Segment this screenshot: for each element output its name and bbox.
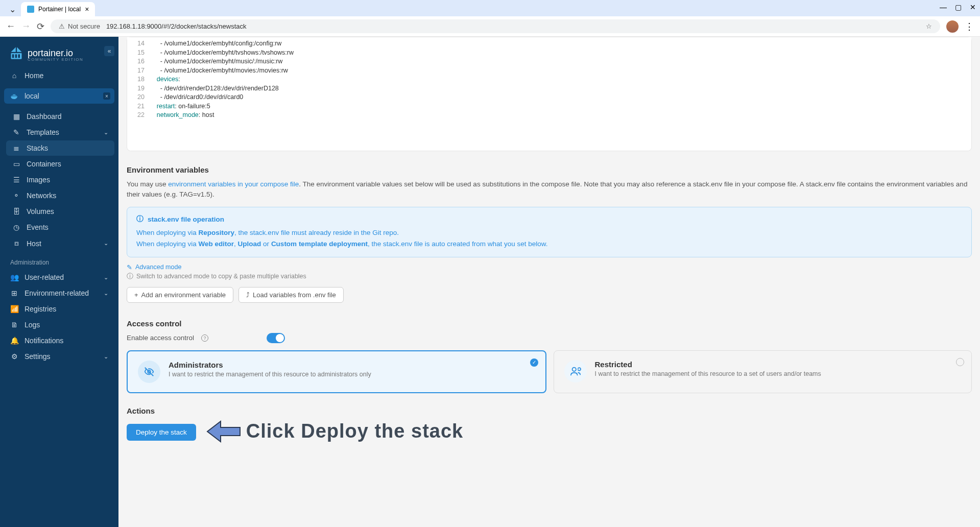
- gear-icon: ⚙: [10, 352, 18, 361]
- sidebar-admin-item-logs[interactable]: 🗎Logs: [4, 317, 114, 332]
- chevron-down-icon: ⌄: [104, 290, 108, 297]
- info-icon: ⓘ: [136, 214, 144, 224]
- layers-icon: ≣: [12, 144, 20, 152]
- env-vars-section: Environment variables You may use enviro…: [127, 157, 972, 311]
- sidebar-label: Settings: [25, 352, 51, 361]
- browser-tab[interactable]: Portainer | local ×: [21, 2, 95, 16]
- stack-env-info-box: ⓘ stack.env file operation When deployin…: [127, 207, 972, 257]
- sidebar-item-volumes[interactable]: 🗄Volumes: [6, 204, 114, 219]
- plus-icon: +: [134, 291, 138, 299]
- chevron-down-icon: ⌄: [104, 240, 108, 247]
- load-env-file-button[interactable]: ⤴ Load variables from .env file: [238, 287, 344, 303]
- bookmark-star-icon[interactable]: ☆: [926, 22, 932, 30]
- access-control-section: Access control Enable access control ? A…: [127, 311, 972, 401]
- env-close-icon[interactable]: ×: [103, 92, 110, 100]
- sidebar-collapse-icon[interactable]: «: [104, 46, 114, 56]
- list-icon: ☰: [12, 176, 20, 184]
- access-card-restricted[interactable]: Restricted I want to restrict the manage…: [554, 350, 972, 393]
- sidebar-label: Images: [27, 176, 50, 184]
- doc-icon: ✎: [12, 128, 20, 136]
- sidebar-item-events[interactable]: ◷Events: [6, 220, 114, 235]
- section-title-access: Access control: [127, 319, 972, 328]
- section-title-env: Environment variables: [127, 165, 972, 174]
- close-window-icon[interactable]: ✕: [970, 3, 976, 11]
- logo-subtitle: COMMUNITY EDITION: [28, 57, 83, 62]
- address-bar[interactable]: ⚠ Not secure 192.168.1.18:9000/#!/2/dock…: [51, 19, 940, 33]
- env-name: local: [25, 92, 39, 100]
- sidebar-environment[interactable]: local ×: [4, 88, 114, 104]
- sidebar-item-host[interactable]: ⧈Host⌄: [6, 235, 114, 251]
- reload-icon[interactable]: ⟳: [37, 21, 44, 32]
- svg-rect-2: [15, 54, 17, 58]
- deploy-stack-button[interactable]: Deploy the stack: [127, 424, 196, 441]
- minimize-icon[interactable]: —: [940, 3, 947, 11]
- advanced-mode-hint: ⓘ Switch to advanced mode to copy & past…: [127, 272, 972, 281]
- users-icon: [564, 360, 587, 382]
- admin-card-desc: I want to restrict the management of thi…: [169, 371, 371, 378]
- sidebar-label: Logs: [25, 321, 40, 329]
- chevron-down-icon: ⌄: [104, 353, 108, 360]
- sidebar-item-stacks[interactable]: ≣Stacks: [6, 140, 114, 156]
- browser-nav-bar: ← → ⟳ ⚠ Not secure 192.168.1.18:9000/#!/…: [0, 16, 980, 37]
- file-icon: 🗎: [10, 321, 18, 329]
- sidebar-label: Containers: [27, 160, 61, 168]
- sidebar-item-home[interactable]: ⌂ Home: [4, 68, 114, 83]
- annotation-overlay: Click Deploy the stack: [205, 418, 463, 445]
- profile-avatar[interactable]: [946, 20, 959, 33]
- tab-close-icon[interactable]: ×: [85, 5, 89, 13]
- sidebar-section-admin: Administration: [4, 252, 114, 269]
- access-card-admin[interactable]: Administrators I want to restrict the ma…: [127, 350, 546, 393]
- browser-menu-icon[interactable]: ⋮: [965, 21, 974, 32]
- users-icon: 👥: [10, 273, 18, 281]
- sidebar-item-containers[interactable]: ▭Containers: [6, 156, 114, 172]
- tab-title: Portainer | local: [38, 6, 81, 13]
- editor-code[interactable]: - /volume1/docker/embyht/config:/config:…: [150, 39, 971, 120]
- sidebar-item-templates[interactable]: ✎Templates⌄: [6, 125, 114, 140]
- home-icon: ⌂: [10, 71, 18, 80]
- sidebar-item-networks[interactable]: ⚬Networks: [6, 188, 114, 203]
- enable-access-label: Enable access control: [127, 334, 194, 342]
- env-vars-doc-link[interactable]: environment variables in your compose fi…: [168, 180, 299, 188]
- sidebar-admin-item-notifications[interactable]: 🔔Notifications: [4, 333, 114, 348]
- tab-favicon: [27, 6, 34, 13]
- upload-icon: ⤴: [246, 291, 250, 299]
- help-icon[interactable]: ?: [201, 334, 208, 342]
- sidebar-admin-item-environment-related[interactable]: ⊞Environment-related⌄: [4, 285, 114, 301]
- radio-unchecked: [956, 358, 964, 366]
- eye-off-icon: [138, 361, 160, 383]
- env-vars-description: You may use environment variables in you…: [127, 179, 972, 200]
- back-icon[interactable]: ←: [6, 21, 15, 32]
- sidebar-admin-item-settings[interactable]: ⚙Settings⌄: [4, 349, 114, 364]
- info-box-title: ⓘ stack.env file operation: [136, 214, 962, 224]
- svg-point-5: [572, 367, 576, 371]
- sidebar-label: User-related: [25, 273, 64, 281]
- grid-icon: ▦: [12, 112, 20, 121]
- add-env-var-button[interactable]: + Add an environment variable: [127, 287, 233, 303]
- sidebar-item-images[interactable]: ☰Images: [6, 172, 114, 187]
- sidebar-admin-item-registries[interactable]: 📶Registries: [4, 301, 114, 317]
- sidebar-item-dashboard[interactable]: ▦Dashboard: [6, 109, 114, 124]
- browser-tab-strip: ⌄ Portainer | local × — ▢ ✕: [0, 0, 980, 16]
- sidebar-label: Templates: [27, 128, 59, 136]
- annotation-arrow-icon: [205, 418, 241, 445]
- access-control-toggle[interactable]: [267, 333, 285, 343]
- advanced-mode-link[interactable]: ✎ Advanced mode: [127, 264, 972, 271]
- forward-icon[interactable]: →: [21, 21, 31, 32]
- actions-section: Actions Deploy the stack Click Deploy th…: [127, 401, 972, 453]
- warning-icon: ⚠: [59, 22, 65, 30]
- logo: portainer.io COMMUNITY EDITION «: [4, 42, 114, 67]
- sidebar-admin-item-user-related[interactable]: 👥User-related⌄: [4, 270, 114, 285]
- maximize-icon[interactable]: ▢: [955, 3, 962, 11]
- sidebar-label: Home: [25, 71, 43, 80]
- sidebar-label: Volumes: [27, 207, 54, 215]
- box-icon: ▭: [12, 160, 20, 168]
- server-icon: ⧈: [12, 239, 20, 248]
- sidebar-label: Registries: [25, 305, 56, 313]
- chevron-down-icon: ⌄: [104, 129, 108, 136]
- clock-icon: ◷: [12, 223, 20, 231]
- sidebar-label: Notifications: [25, 337, 63, 345]
- tab-dropdown[interactable]: ⌄: [4, 3, 21, 16]
- code-editor[interactable]: 141516171819202122 - /volume1/docker/emb…: [127, 37, 971, 151]
- edit-icon: ✎: [127, 264, 132, 271]
- url-text: 192.168.1.18:9000/#!/2/docker/stacks/new…: [106, 22, 247, 30]
